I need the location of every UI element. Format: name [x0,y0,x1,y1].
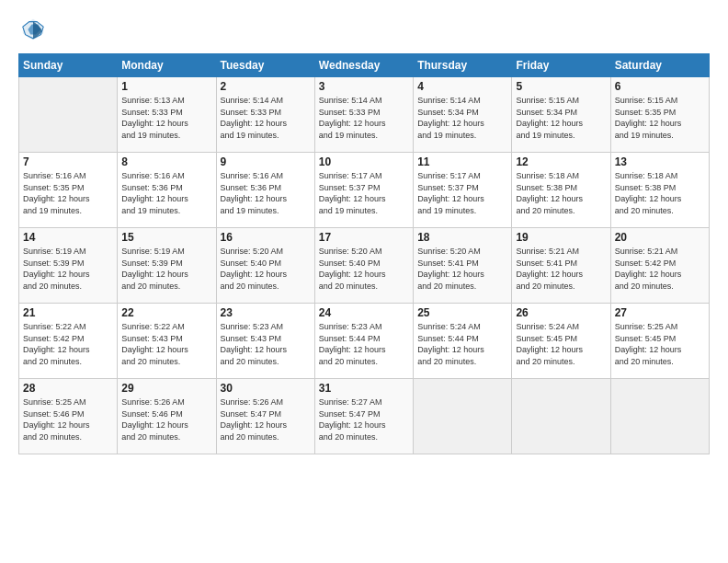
day-number: 20 [615,231,705,244]
day-info: Sunrise: 5:27 AM Sunset: 5:47 PM Dayligh… [319,396,409,442]
calendar-week-4: 21Sunrise: 5:22 AM Sunset: 5:42 PM Dayli… [19,304,710,379]
calendar-week-3: 14Sunrise: 5:19 AM Sunset: 5:39 PM Dayli… [19,228,710,304]
calendar-cell: 17Sunrise: 5:20 AM Sunset: 5:40 PM Dayli… [314,228,413,304]
calendar-cell: 28Sunrise: 5:25 AM Sunset: 5:46 PM Dayli… [19,379,118,454]
day-info: Sunrise: 5:20 AM Sunset: 5:40 PM Dayligh… [221,246,311,292]
day-info: Sunrise: 5:16 AM Sunset: 5:36 PM Dayligh… [221,170,311,216]
day-info: Sunrise: 5:20 AM Sunset: 5:41 PM Dayligh… [417,246,507,292]
calendar-cell: 1Sunrise: 5:13 AM Sunset: 5:33 PM Daylig… [118,77,216,153]
calendar-cell: 25Sunrise: 5:24 AM Sunset: 5:44 PM Dayli… [414,304,512,379]
day-info: Sunrise: 5:25 AM Sunset: 5:46 PM Dayligh… [23,396,113,442]
logo [18,17,46,46]
calendar-cell: 14Sunrise: 5:19 AM Sunset: 5:39 PM Dayli… [19,228,118,304]
calendar-week-5: 28Sunrise: 5:25 AM Sunset: 5:46 PM Dayli… [19,379,710,454]
logo-icon [20,17,46,42]
calendar-cell [19,77,118,153]
day-number: 18 [417,231,507,244]
page: SundayMondayTuesdayWednesdayThursdayFrid… [0,0,728,563]
day-number: 5 [516,80,606,93]
day-info: Sunrise: 5:21 AM Sunset: 5:41 PM Dayligh… [516,246,606,292]
day-number: 12 [516,155,606,168]
day-number: 3 [319,80,409,93]
day-info: Sunrise: 5:24 AM Sunset: 5:44 PM Dayligh… [417,321,507,367]
day-number: 13 [615,155,705,168]
day-number: 6 [615,80,705,93]
day-number: 30 [221,382,311,395]
day-number: 14 [23,231,113,244]
day-info: Sunrise: 5:13 AM Sunset: 5:33 PM Dayligh… [121,95,211,141]
day-info: Sunrise: 5:16 AM Sunset: 5:36 PM Dayligh… [121,170,211,216]
day-number: 16 [221,231,311,244]
day-number: 26 [516,306,606,319]
calendar-cell: 10Sunrise: 5:17 AM Sunset: 5:37 PM Dayli… [314,153,413,228]
day-info: Sunrise: 5:17 AM Sunset: 5:37 PM Dayligh… [417,170,507,216]
day-info: Sunrise: 5:24 AM Sunset: 5:45 PM Dayligh… [516,321,606,367]
day-number: 15 [121,231,211,244]
day-number: 1 [121,80,211,93]
day-info: Sunrise: 5:20 AM Sunset: 5:40 PM Dayligh… [319,246,409,292]
day-number: 9 [221,155,311,168]
day-info: Sunrise: 5:15 AM Sunset: 5:34 PM Dayligh… [516,95,606,141]
calendar-cell [414,379,512,454]
calendar-cell: 23Sunrise: 5:23 AM Sunset: 5:43 PM Dayli… [216,304,314,379]
day-number: 8 [121,155,211,168]
calendar-cell: 7Sunrise: 5:16 AM Sunset: 5:35 PM Daylig… [19,153,118,228]
calendar-cell: 22Sunrise: 5:22 AM Sunset: 5:43 PM Dayli… [118,304,216,379]
day-info: Sunrise: 5:19 AM Sunset: 5:39 PM Dayligh… [121,246,211,292]
calendar-header-sunday: Sunday [19,54,118,77]
calendar-cell: 29Sunrise: 5:26 AM Sunset: 5:46 PM Dayli… [118,379,216,454]
day-number: 4 [417,80,507,93]
calendar-cell: 30Sunrise: 5:26 AM Sunset: 5:47 PM Dayli… [216,379,314,454]
calendar-cell: 4Sunrise: 5:14 AM Sunset: 5:34 PM Daylig… [414,77,512,153]
day-number: 7 [23,155,113,168]
calendar-cell: 13Sunrise: 5:18 AM Sunset: 5:38 PM Dayli… [610,153,709,228]
day-number: 28 [23,382,113,395]
day-number: 10 [319,155,409,168]
calendar-cell: 19Sunrise: 5:21 AM Sunset: 5:41 PM Dayli… [512,228,610,304]
day-number: 31 [319,382,409,395]
day-number: 29 [121,382,211,395]
day-info: Sunrise: 5:18 AM Sunset: 5:38 PM Dayligh… [615,170,705,216]
day-info: Sunrise: 5:19 AM Sunset: 5:39 PM Dayligh… [23,246,113,292]
calendar-cell: 27Sunrise: 5:25 AM Sunset: 5:45 PM Dayli… [610,304,709,379]
calendar-header-row: SundayMondayTuesdayWednesdayThursdayFrid… [19,54,710,77]
day-number: 2 [221,80,311,93]
calendar-header-tuesday: Tuesday [216,54,314,77]
day-info: Sunrise: 5:14 AM Sunset: 5:33 PM Dayligh… [221,95,311,141]
calendar-cell: 9Sunrise: 5:16 AM Sunset: 5:36 PM Daylig… [216,153,314,228]
calendar-cell [512,379,610,454]
day-number: 21 [23,306,113,319]
calendar-cell: 12Sunrise: 5:18 AM Sunset: 5:38 PM Dayli… [512,153,610,228]
day-number: 23 [221,306,311,319]
calendar-cell: 16Sunrise: 5:20 AM Sunset: 5:40 PM Dayli… [216,228,314,304]
calendar-cell: 26Sunrise: 5:24 AM Sunset: 5:45 PM Dayli… [512,304,610,379]
day-info: Sunrise: 5:17 AM Sunset: 5:37 PM Dayligh… [319,170,409,216]
day-info: Sunrise: 5:26 AM Sunset: 5:47 PM Dayligh… [221,396,311,442]
day-info: Sunrise: 5:22 AM Sunset: 5:42 PM Dayligh… [23,321,113,367]
day-info: Sunrise: 5:16 AM Sunset: 5:35 PM Dayligh… [23,170,113,216]
calendar-cell: 24Sunrise: 5:23 AM Sunset: 5:44 PM Dayli… [314,304,413,379]
day-info: Sunrise: 5:14 AM Sunset: 5:33 PM Dayligh… [319,95,409,141]
day-info: Sunrise: 5:18 AM Sunset: 5:38 PM Dayligh… [516,170,606,216]
day-info: Sunrise: 5:23 AM Sunset: 5:43 PM Dayligh… [221,321,311,367]
day-info: Sunrise: 5:22 AM Sunset: 5:43 PM Dayligh… [121,321,211,367]
day-info: Sunrise: 5:21 AM Sunset: 5:42 PM Dayligh… [615,246,705,292]
calendar-header-thursday: Thursday [414,54,512,77]
calendar-week-2: 7Sunrise: 5:16 AM Sunset: 5:35 PM Daylig… [19,153,710,228]
day-info: Sunrise: 5:25 AM Sunset: 5:45 PM Dayligh… [615,321,705,367]
day-number: 24 [319,306,409,319]
calendar-cell: 6Sunrise: 5:15 AM Sunset: 5:35 PM Daylig… [610,77,709,153]
calendar-cell: 15Sunrise: 5:19 AM Sunset: 5:39 PM Dayli… [118,228,216,304]
calendar-cell: 2Sunrise: 5:14 AM Sunset: 5:33 PM Daylig… [216,77,314,153]
day-number: 22 [121,306,211,319]
day-info: Sunrise: 5:15 AM Sunset: 5:35 PM Dayligh… [615,95,705,141]
header [18,17,710,46]
calendar-cell: 31Sunrise: 5:27 AM Sunset: 5:47 PM Dayli… [314,379,413,454]
day-number: 25 [417,306,507,319]
day-number: 11 [417,155,507,168]
calendar-cell: 3Sunrise: 5:14 AM Sunset: 5:33 PM Daylig… [314,77,413,153]
day-info: Sunrise: 5:23 AM Sunset: 5:44 PM Dayligh… [319,321,409,367]
calendar-header-friday: Friday [512,54,610,77]
day-number: 17 [319,231,409,244]
day-number: 27 [615,306,705,319]
